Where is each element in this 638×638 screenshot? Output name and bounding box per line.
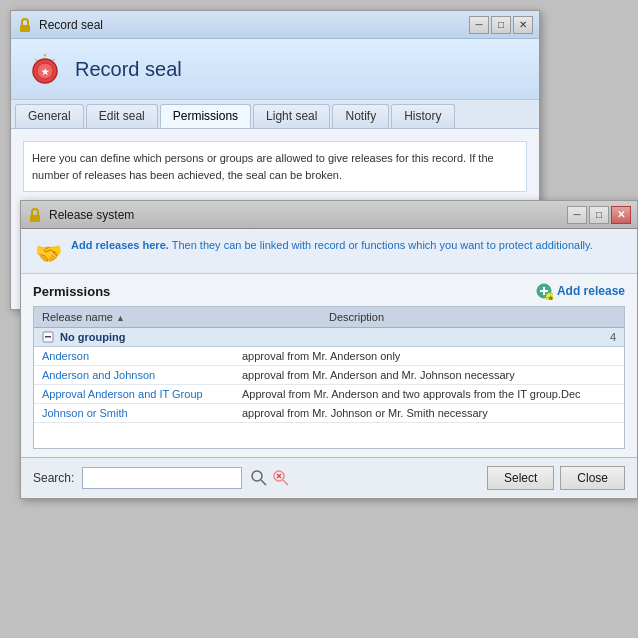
release-info-text: Add releases here. Then they can be link… <box>71 237 593 254</box>
group-row-left: No grouping <box>42 331 125 343</box>
header-title: Record seal <box>75 58 182 81</box>
group-row: No grouping 4 <box>34 328 624 347</box>
svg-text:🤝: 🤝 <box>35 240 61 265</box>
row-name-3: Johnson or Smith <box>42 407 242 419</box>
release-info-bold: Add releases here. <box>71 239 169 251</box>
table-row[interactable]: Johnson or Smith approval from Mr. Johns… <box>34 404 624 423</box>
handshake-icon: 🤝 <box>33 237 61 265</box>
release-titlebar-left: Release system <box>27 207 134 223</box>
titlebar-left: Record seal <box>17 17 103 33</box>
tab-light-seal[interactable]: Light seal <box>253 104 330 128</box>
svg-text:★: ★ <box>546 294 553 301</box>
release-table: Release name ▲ Description No grouping <box>33 306 625 449</box>
row-desc-0: approval from Mr. Anderson only <box>242 350 616 362</box>
release-info-bar: 🤝 Add releases here. Then they can be li… <box>21 229 637 274</box>
release-lock-icon <box>27 207 43 223</box>
release-window: Release system ─ □ ✕ 🤝 Add releases here… <box>20 200 638 499</box>
tab-history[interactable]: History <box>391 104 454 128</box>
table-row[interactable]: Approval Anderson and IT Group Approval … <box>34 385 624 404</box>
maximize-button[interactable]: □ <box>491 16 511 34</box>
release-maximize-button[interactable]: □ <box>589 206 609 224</box>
row-desc-1: approval from Mr. Anderson and Mr. Johns… <box>242 369 616 381</box>
table-row[interactable]: Anderson and Johnson approval from Mr. A… <box>34 366 624 385</box>
svg-line-25 <box>283 480 288 485</box>
collapse-icon[interactable] <box>42 331 54 343</box>
release-titlebar: Release system ─ □ ✕ <box>21 201 637 229</box>
sort-arrow: ▲ <box>116 313 125 323</box>
bottom-buttons: Select Close <box>487 466 625 490</box>
svg-rect-17 <box>543 287 545 295</box>
add-release-button[interactable]: ★ Add release <box>535 282 625 300</box>
search-input[interactable] <box>82 467 242 489</box>
main-titlebar: Record seal ─ □ ✕ <box>11 11 539 39</box>
search-clear-icon[interactable] <box>272 469 290 487</box>
col-release-name-header: Release name ▲ <box>42 311 329 323</box>
release-info-link: Then they can be linked with record or f… <box>172 239 593 251</box>
select-button[interactable]: Select <box>487 466 554 490</box>
release-permissions-header: Permissions ★ Add release <box>33 282 625 300</box>
search-bar: Search: Select Close <box>21 457 637 498</box>
release-table-header: Release name ▲ Description <box>34 307 624 328</box>
group-count: 4 <box>610 331 616 343</box>
row-desc-2: Approval from Mr. Anderson and two appro… <box>242 388 616 400</box>
table-row[interactable]: Anderson approval from Mr. Anderson only <box>34 347 624 366</box>
close-button[interactable]: ✕ <box>513 16 533 34</box>
add-release-icon: ★ <box>535 282 553 300</box>
release-window-title: Release system <box>49 208 134 222</box>
group-label: No grouping <box>60 331 125 343</box>
release-window-controls: ─ □ ✕ <box>567 206 631 224</box>
tab-notify[interactable]: Notify <box>332 104 389 128</box>
search-icon[interactable] <box>250 469 268 487</box>
lock-icon <box>17 17 33 33</box>
tabs-bar: General Edit seal Permissions Light seal… <box>11 100 539 129</box>
close-window-button[interactable]: Close <box>560 466 625 490</box>
minimize-button[interactable]: ─ <box>469 16 489 34</box>
release-close-button[interactable]: ✕ <box>611 206 631 224</box>
release-minimize-button[interactable]: ─ <box>567 206 587 224</box>
svg-rect-0 <box>20 25 30 32</box>
main-window-title: Record seal <box>39 18 103 32</box>
search-label: Search: <box>33 471 74 485</box>
row-name-2: Approval Anderson and IT Group <box>42 388 242 400</box>
release-permissions-section: Permissions ★ Add release Release name ▲ <box>21 274 637 457</box>
window-header: ★ Record seal <box>11 39 539 100</box>
svg-rect-13 <box>30 215 40 222</box>
info-box: Here you can define which persons or gro… <box>23 141 527 192</box>
svg-line-23 <box>261 480 266 485</box>
row-name-1: Anderson and Johnson <box>42 369 242 381</box>
tab-general[interactable]: General <box>15 104 84 128</box>
release-permissions-title: Permissions <box>33 284 110 299</box>
tab-permissions[interactable]: Permissions <box>160 104 251 128</box>
info-text: Here you can define which persons or gro… <box>32 152 494 181</box>
row-name-0: Anderson <box>42 350 242 362</box>
add-release-label: Add release <box>557 284 625 298</box>
svg-point-22 <box>252 471 262 481</box>
tab-edit-seal[interactable]: Edit seal <box>86 104 158 128</box>
search-icons <box>250 469 290 487</box>
main-window-controls: ─ □ ✕ <box>469 16 533 34</box>
row-desc-3: approval from Mr. Johnson or Mr. Smith n… <box>242 407 616 419</box>
release-table-body: No grouping 4 Anderson approval from Mr.… <box>34 328 624 448</box>
col-desc-header: Description <box>329 311 616 323</box>
svg-rect-21 <box>45 336 51 338</box>
svg-text:★: ★ <box>41 67 50 77</box>
seal-icon: ★ <box>27 51 63 87</box>
